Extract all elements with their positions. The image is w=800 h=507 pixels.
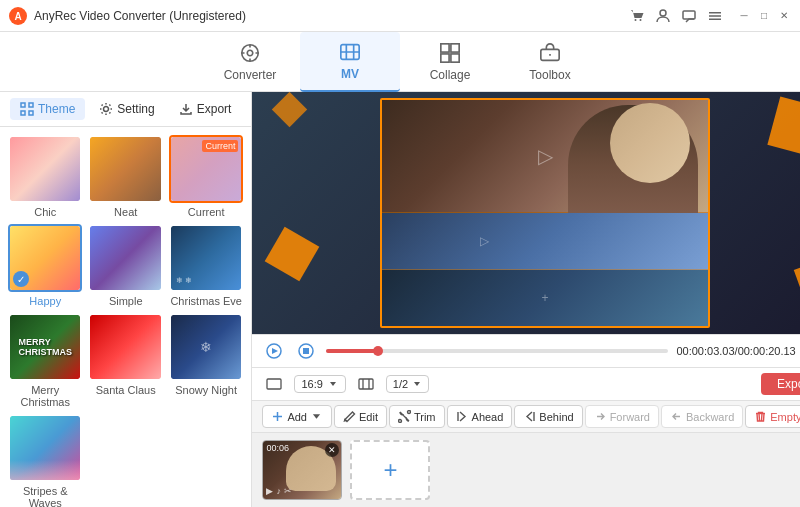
theme-snowy-night-label: Snowy Night — [175, 384, 237, 396]
theme-item-snowy-night[interactable]: ❄ Snowy Night — [169, 313, 243, 408]
controls-row2: 16:9 1/2 Export — [252, 367, 800, 400]
nav-tabs: Converter MV Collage Toolbox — [0, 32, 800, 92]
sub-tabs: Theme Setting Export — [0, 92, 251, 127]
add-button[interactable]: Add — [262, 405, 332, 428]
trim-label: Trim — [414, 411, 436, 423]
theme-neat-label: Neat — [114, 206, 137, 218]
timeline-add-button[interactable]: + — [350, 440, 430, 500]
bottom-toolbar: Add Edit Trim Ahead Behind Forward — [252, 400, 800, 432]
tab-converter[interactable]: Converter — [200, 32, 300, 92]
backward-button[interactable]: Backward — [661, 405, 743, 428]
behind-button[interactable]: Behind — [514, 405, 582, 428]
theme-item-santa-claus[interactable]: Santa Claus — [88, 313, 162, 408]
theme-grid: Chic Neat Current Current — [0, 127, 251, 507]
edit-button[interactable]: Edit — [334, 405, 387, 428]
tab-collage[interactable]: Collage — [400, 32, 500, 92]
ahead-button[interactable]: Ahead — [447, 405, 513, 428]
sub-tab-theme[interactable]: Theme — [10, 98, 85, 120]
forward-button[interactable]: Forward — [585, 405, 659, 428]
timeline-thumb-1[interactable]: 00:06 ✕ ▶ ♪ ✂ — [262, 440, 342, 500]
svg-point-2 — [635, 19, 637, 21]
sub-tab-setting[interactable]: Setting — [89, 98, 164, 120]
slide-value: 1/2 — [393, 378, 408, 390]
user-icon[interactable] — [654, 7, 672, 25]
theme-simple-label: Simple — [109, 295, 143, 307]
sub-tab-export[interactable]: Export — [169, 98, 242, 120]
svg-rect-26 — [303, 348, 309, 354]
slide-icon — [354, 372, 378, 396]
trim-button[interactable]: Trim — [389, 405, 445, 428]
svg-text:A: A — [14, 11, 21, 22]
preview-frame: ▷ ▷ + — [380, 98, 710, 328]
maximize-button[interactable]: □ — [756, 8, 772, 24]
theme-current-label: Current — [188, 206, 225, 218]
right-panel: ▷ ▷ + — [252, 92, 800, 507]
theme-merry-christmas-label: Merry Christmas — [8, 384, 82, 408]
cart-icon[interactable] — [628, 7, 646, 25]
progress-bar[interactable] — [326, 349, 668, 353]
theme-item-christmas-eve[interactable]: ❄ ❄ Christmas Eve — [169, 224, 243, 307]
tab-mv[interactable]: MV — [300, 32, 400, 92]
progress-thumb[interactable] — [373, 346, 383, 356]
play-small-icon: ▶ — [266, 486, 273, 496]
sound-small-icon: ♪ — [276, 486, 281, 496]
theme-christmas-eve-label: Christmas Eve — [170, 295, 242, 307]
theme-item-merry-christmas[interactable]: MERRYCHRISTMAS Merry Christmas — [8, 313, 82, 408]
svg-rect-19 — [29, 103, 33, 107]
app-title: AnyRec Video Converter (Unregistered) — [34, 9, 628, 23]
current-badge: Current — [202, 140, 238, 152]
behind-label: Behind — [539, 411, 573, 423]
slide-indicator[interactable]: 1/2 — [386, 375, 429, 393]
theme-chic-label: Chic — [34, 206, 56, 218]
stop-button[interactable] — [294, 339, 318, 363]
time-display: 00:00:03.03/00:00:20.13 — [676, 345, 795, 357]
svg-rect-13 — [451, 43, 459, 51]
tab-collage-label: Collage — [430, 68, 471, 82]
main-layout: Theme Setting Export — [0, 92, 800, 507]
sub-tab-theme-label: Theme — [38, 102, 75, 116]
edit-label: Edit — [359, 411, 378, 423]
tab-toolbox[interactable]: Toolbox — [500, 32, 600, 92]
tab-mv-label: MV — [341, 67, 359, 81]
close-button[interactable]: ✕ — [776, 8, 792, 24]
svg-rect-5 — [683, 11, 695, 19]
empty-button[interactable]: Empty — [745, 405, 800, 428]
svg-point-32 — [398, 420, 401, 423]
minimize-button[interactable]: ─ — [736, 8, 752, 24]
theme-item-current[interactable]: Current Current — [169, 135, 243, 218]
menu-icon[interactable] — [706, 7, 724, 25]
theme-item-simple[interactable]: Simple — [88, 224, 162, 307]
theme-item-neat[interactable]: Neat — [88, 135, 162, 218]
feedback-icon[interactable] — [680, 7, 698, 25]
timeline-time: 00:06 — [266, 443, 289, 453]
theme-item-stripes-waves[interactable]: Stripes & Waves — [8, 414, 82, 507]
add-label: Add — [287, 411, 307, 423]
title-bar: A AnyRec Video Converter (Unregistered) … — [0, 0, 800, 32]
playback-controls: 00:00:03.03/00:00:20.13 — [252, 334, 800, 367]
export-button[interactable]: Export — [761, 373, 800, 395]
sub-tab-export-label: Export — [197, 102, 232, 116]
svg-point-3 — [640, 19, 642, 21]
theme-santa-claus-label: Santa Claus — [96, 384, 156, 396]
forward-label: Forward — [610, 411, 650, 423]
progress-fill — [326, 349, 377, 353]
svg-rect-28 — [267, 379, 281, 389]
svg-rect-15 — [451, 53, 459, 61]
theme-item-happy[interactable]: ✓ Happy — [8, 224, 82, 307]
svg-point-33 — [407, 411, 410, 414]
svg-rect-29 — [359, 379, 373, 389]
svg-rect-14 — [441, 53, 449, 61]
cut-small-icon: ✂ — [284, 486, 292, 496]
timeline-icons: ▶ ♪ ✂ — [266, 486, 292, 496]
aspect-ratio-select[interactable]: 16:9 — [294, 375, 345, 393]
svg-point-10 — [247, 50, 253, 56]
svg-rect-7 — [709, 15, 721, 17]
empty-label: Empty — [770, 411, 800, 423]
ahead-label: Ahead — [472, 411, 504, 423]
play-button[interactable] — [262, 339, 286, 363]
tab-converter-label: Converter — [224, 68, 277, 82]
theme-item-chic[interactable]: Chic — [8, 135, 82, 218]
svg-rect-20 — [21, 111, 25, 115]
svg-rect-21 — [29, 111, 33, 115]
left-panel: Theme Setting Export — [0, 92, 252, 507]
